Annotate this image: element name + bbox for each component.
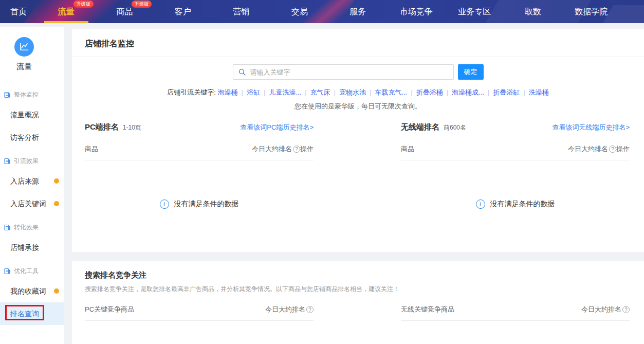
keyword-link[interactable]: 洗澡桶 [529, 88, 549, 96]
sidebar-item-store-undertake[interactable]: 店铺承接 [0, 236, 64, 259]
col-pc-competitor-product: PC关键竞争商品 [85, 305, 134, 314]
sidebar-item-label: 入店关键词 [10, 200, 46, 208]
sidebar-section-label: 优化工具 [14, 267, 39, 276]
store-keywords-label: 店铺引流关键字: [167, 88, 216, 96]
sidebar: 流量 整体监控 流量概况 访客分析 引流效果 入店来源 [0, 27, 64, 344]
nav-item-product[interactable]: 商品 升级版 [96, 0, 154, 23]
sidebar-item-traffic-overview[interactable]: 流量概况 [0, 103, 64, 126]
nav-item-home-label: 首页 [10, 7, 27, 16]
pc-table-header: 商品 今日大约排名 ? 操作 [85, 144, 314, 160]
nav-item-trade[interactable]: 交易 [270, 0, 329, 23]
top-nav: 首页 流量 升级版 商品 升级版 客户 营销 交易 服务 市场竞争 业务专区 取… [0, 0, 644, 23]
upgrade-badge: 升级版 [73, 1, 94, 8]
sidebar-section-conversion-effect: 转化效果 [0, 215, 64, 236]
nav-item-data-fetch[interactable]: 取数 [504, 0, 562, 23]
rank-monitor-panel: 店铺排名监控 确定 店铺引流关键字: 泡澡桶浴缸儿童洗澡...充气床宠物水池车载… [72, 29, 644, 252]
sidebar-section-label: 引流效果 [14, 157, 39, 166]
wireless-empty-state: i 没有满足条件的数据 [401, 160, 630, 248]
keyword-link[interactable]: 浴缸 [247, 88, 269, 96]
sidebar-item-visitor-analysis[interactable]: 访客分析 [0, 126, 64, 149]
keyword-link[interactable]: 儿童洗澡... [269, 88, 310, 96]
sidebar-item-label: 流量概况 [10, 111, 39, 119]
nav-list: 首页 流量 升级版 商品 升级版 客户 营销 交易 服务 市场竞争 业务专区 取… [0, 0, 644, 23]
wireless-rank-title: 无线端排名 [401, 122, 439, 132]
traffic-chart-icon [14, 37, 34, 57]
keyword-link[interactable]: 车载充气... [375, 88, 416, 96]
col-rank: 今日大约排名 [568, 144, 608, 154]
wireless-competition-header: 无线关键竞争商品 今日大约排名 ? [401, 305, 630, 321]
sidebar-section-optimize-tools: 优化工具 [0, 259, 64, 280]
help-icon[interactable]: ? [622, 306, 630, 313]
nav-item-marketing[interactable]: 营销 [212, 0, 271, 23]
nav-item-traffic[interactable]: 流量 升级版 [37, 0, 96, 23]
keyword-link[interactable]: 充气床 [310, 88, 339, 96]
wireless-table-header: 商品 今日大约排名 ? 操作 [401, 144, 630, 160]
search-icon [238, 68, 246, 76]
sidebar-item-my-favorite-words[interactable]: 我的收藏词 [0, 280, 64, 302]
nav-item-market-competition[interactable]: 市场竞争 [387, 0, 446, 23]
nav-item-business-zone-label: 业务专区 [458, 7, 491, 16]
notification-dot [54, 288, 59, 294]
wireless-history-link[interactable]: 查看该词无线端历史排名> [552, 123, 630, 132]
pc-rank-panel-head: PC端排名 1-10页 查看该词PC端历史排名> [85, 122, 314, 132]
keyword-link[interactable]: 折叠浴缸 [493, 88, 528, 96]
main-content: 店铺排名监控 确定 店铺引流关键字: 泡澡桶浴缸儿童洗澡...充气床宠物水池车载… [72, 23, 644, 344]
keyword-link[interactable]: 泡澡桶 [218, 88, 247, 96]
ledger-icon [4, 224, 11, 231]
col-product: 商品 [85, 144, 98, 154]
pc-history-link[interactable]: 查看该词PC端历史排名> [240, 123, 314, 132]
sidebar-item-label: 访客分析 [10, 133, 39, 141]
help-icon[interactable]: ? [306, 306, 314, 313]
nav-item-data-fetch-label: 取数 [525, 7, 541, 16]
nav-item-trade-label: 交易 [291, 7, 308, 16]
page-title: 店铺排名监控 [72, 29, 644, 57]
plan-note: 您在使用的是豪华版，每日可无限次查询。 [72, 102, 644, 111]
competition-title: 搜索排名竞争关注 [85, 270, 630, 280]
keyword-search-input[interactable] [249, 68, 448, 77]
nav-item-customer[interactable]: 客户 [154, 0, 212, 23]
upgrade-badge: 升级版 [132, 1, 152, 8]
rank-panels: PC端排名 1-10页 查看该词PC端历史排名> 商品 今日大约排名 ? 操作 … [72, 122, 644, 248]
competition-panel: 搜索排名竞争关注 搜索排名竞争关注，是取您排名最高非广告商品，并分析其竞争情况。… [72, 261, 644, 344]
nav-item-business-zone[interactable]: 业务专区 [446, 0, 504, 23]
nav-item-product-label: 商品 [116, 7, 133, 16]
sidebar-menu: 整体监控 流量概况 访客分析 引流效果 入店来源 入店关键词 [0, 82, 64, 325]
nav-item-customer-label: 客户 [175, 7, 191, 16]
pc-competition-table: PC关键竞争商品 今日大约排名 ? [85, 299, 314, 321]
help-icon[interactable]: ? [609, 146, 616, 153]
ledger-icon [4, 158, 11, 165]
info-icon: i [476, 200, 485, 209]
nav-item-service-label: 服务 [349, 7, 366, 16]
pc-empty-text: 没有满足条件的数据 [174, 200, 239, 209]
pc-empty-state: i 没有满足条件的数据 [85, 160, 314, 248]
col-product: 商品 [401, 144, 414, 154]
nav-item-data-academy[interactable]: 数据学院 [562, 0, 621, 23]
wireless-rank-panel-head: 无线端排名 前600名 查看该词无线端历史排名> [401, 122, 630, 132]
search-row: 确定 [72, 64, 644, 80]
col-action: 操作 [616, 144, 630, 154]
sidebar-item-rank-query[interactable]: 排名查询 [0, 302, 64, 325]
nav-item-market-competition-label: 市场竞争 [400, 7, 433, 16]
sidebar-item-label: 排名查询 [10, 310, 39, 318]
wireless-rank-range: 前600名 [444, 123, 552, 132]
ledger-icon [4, 268, 11, 275]
col-rank: 今日大约排名 [252, 144, 292, 154]
store-keywords-row: 店铺引流关键字: 泡澡桶浴缸儿童洗澡...充气床宠物水池车载充气...折叠浴桶泡… [72, 88, 644, 97]
help-icon[interactable]: ? [293, 146, 300, 153]
sidebar-item-store-entry-keywords[interactable]: 入店关键词 [0, 192, 64, 215]
sidebar-module-header: 流量 [0, 27, 64, 82]
sidebar-item-label: 店铺承接 [10, 243, 39, 251]
nav-item-data-academy-label: 数据学院 [575, 7, 608, 16]
nav-item-service[interactable]: 服务 [329, 0, 388, 23]
pc-competition-header: PC关键竞争商品 今日大约排名 ? [85, 305, 314, 321]
nav-item-home[interactable]: 首页 [0, 0, 37, 23]
sidebar-item-store-entry-source[interactable]: 入店来源 [0, 170, 64, 192]
confirm-button[interactable]: 确定 [458, 64, 484, 80]
sidebar-section-overall-monitor: 整体监控 [0, 82, 64, 103]
keyword-link[interactable]: 泡澡桶成... [452, 88, 493, 96]
col-wireless-competitor-product: 无线关键竞争商品 [401, 305, 454, 314]
keyword-link[interactable]: 宠物水池 [339, 88, 375, 96]
keyword-link[interactable]: 折叠浴桶 [416, 88, 452, 96]
competition-description: 搜索排名竞争关注，是取您排名最高非广告商品，并分析其竞争情况。以下商品与您店铺商… [85, 285, 630, 294]
competition-panels: PC关键竞争商品 今日大约排名 ? 无线关键竞争商品 今日大约排名 ? [85, 299, 630, 321]
